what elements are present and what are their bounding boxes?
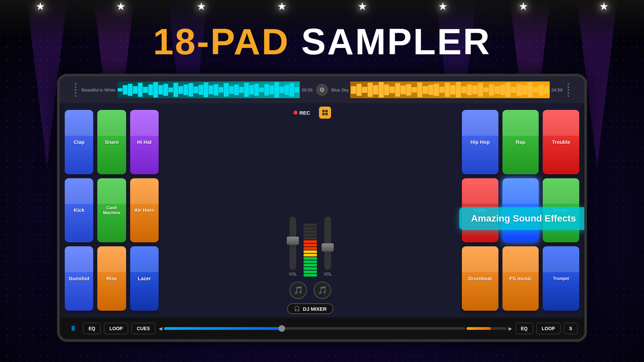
settings-icon: ⚙ [319,86,325,94]
pad-fs-music[interactable]: FS music [502,246,539,311]
fader-left-handle[interactable] [287,237,299,245]
dj-mixer-badge: 🎧 DJ MIXER [287,303,333,314]
lamp-4: ★ [277,0,287,13]
pad-air-horn[interactable]: Air Horn [130,178,159,243]
lamp-2: ★ [116,0,126,13]
fader-right: VOL [324,217,332,277]
fader-right-track[interactable] [324,217,331,270]
dj-mixer-icon: 🎧 [294,306,300,312]
page-title: 18-PAD SAMPLER [0,20,644,63]
left-time-label: 00:56 [302,87,313,93]
waveform-left-section: Beautiful in White 00:56 [82,81,313,98]
pad-rise[interactable]: Rise [97,246,126,311]
play-pause-button[interactable]: ⏸ [66,322,80,335]
lamp-1: ★ [36,0,45,13]
lamp-7: ★ [519,0,528,13]
waveform-right-section: Blue Sky 04:58 [331,81,562,98]
progress-track[interactable] [164,327,465,330]
waveform-right[interactable] [350,81,550,98]
fader-right-handle[interactable] [322,243,334,251]
rec-label: REC [300,110,310,116]
pad-gunshot[interactable]: Gunshot [65,246,93,311]
vu-meter [304,223,317,277]
progress-next[interactable]: ▶ [508,326,512,331]
music-btn-right[interactable]: 🎵 [314,282,331,299]
title-part1: 18-PAD [153,21,289,62]
progress-handle[interactable] [278,325,285,332]
vol-label-right: VOL [324,272,332,277]
cues-button-left[interactable]: CUES [131,323,155,334]
pad-kick[interactable]: Kick [65,178,93,243]
music-btn-left[interactable]: 🎵 [289,282,307,299]
pad-trumpet[interactable]: Trumpet [543,246,579,311]
pad-snare[interactable]: Snare [97,110,126,174]
eq-button-left[interactable]: EQ [83,323,101,334]
left-pads-grid: Clap Snare Hi Hat Kick CashMachine Air H… [60,103,164,317]
lamp-3: ★ [197,0,206,13]
title-part2: SAMPLER [301,21,491,62]
grid-button[interactable] [319,107,331,119]
progress-fill-right [467,327,491,330]
settings-button[interactable]: ⚙ [316,84,328,96]
grid-icon [322,110,328,115]
loop-button-left[interactable]: LOOP [104,323,128,334]
tooltip: Amazing Sound Effects [459,207,587,230]
right-time-label: 04:58 [551,87,562,93]
bottom-bar: ⏸ EQ LOOP CUES ◀ ▶ EQ LOOP S [60,317,584,339]
progress-fill-left [164,327,284,330]
music-btns: 🎵 🎵 [288,280,333,301]
waveform-area: Beautiful in White 00:56 ⚙ Blue Sky 04:5… [60,76,584,103]
rec-dot [293,111,298,115]
waveform-left[interactable] [117,81,300,98]
mixer-section: VOL [289,122,332,277]
dj-mixer-label: DJ MIXER [303,306,327,312]
grip-left [73,81,78,99]
lamp-5: ★ [358,0,367,13]
right-track-label: Blue Sky [331,87,348,93]
pad-clap[interactable]: Clap [65,110,93,174]
tablet-frame: Beautiful in White 00:56 ⚙ Blue Sky 04:5… [57,74,587,342]
vol-label-left: VOL [289,272,297,277]
loop-button-right[interactable]: LOOP [536,323,560,334]
pad-hihat[interactable]: Hi Hat [130,110,159,174]
lamp-6: ★ [438,0,448,13]
left-track-label: Beautiful in White [82,87,115,93]
progress-bar-section: ◀ ▶ [159,325,512,332]
pad-drumbeat[interactable]: Drumbeat [462,246,498,311]
cues-button-right[interactable]: S [564,323,578,334]
music-note-1-icon: 🎵 [294,286,303,295]
lamp-8: ★ [599,0,609,13]
progress-prev[interactable]: ◀ [159,326,162,331]
music-note-2-icon: 🎵 [318,286,327,295]
fader-left: VOL [289,217,297,277]
pad-rap[interactable]: Rap [502,110,539,174]
rec-row: REC [289,107,331,119]
fader-left-track[interactable] [289,217,296,270]
pad-cash-machine[interactable]: CashMachine [97,178,126,243]
tooltip-text: Amazing Sound Effects [471,213,576,224]
eq-button-right[interactable]: EQ [516,323,533,334]
pad-trouble[interactable]: Trouble [543,110,579,174]
center-mixer: REC VOL [164,103,457,317]
rec-button[interactable]: REC [289,108,314,118]
pad-hip-hop[interactable]: Hip Hop [462,110,498,174]
grip-right [566,81,571,99]
pad-lazer[interactable]: Lazer [130,246,159,311]
progress-track-right[interactable] [467,327,507,330]
